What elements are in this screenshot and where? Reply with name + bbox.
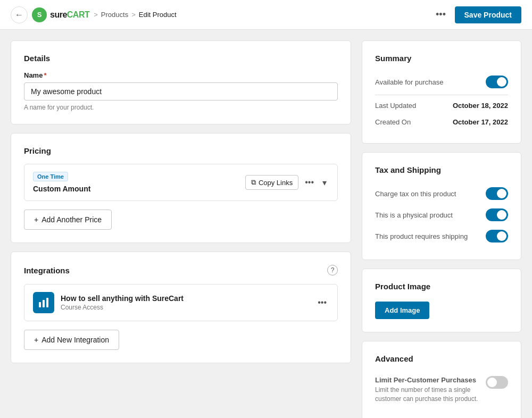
main-layout: Details Name* A name for your product. P… bbox=[0, 30, 532, 418]
summary-updated-row: Last Updated October 18, 2022 bbox=[375, 97, 508, 114]
charge-tax-row: Charge tax on this product bbox=[375, 183, 508, 204]
add-another-price-button[interactable]: + Add Another Price bbox=[24, 210, 112, 230]
copy-icon: ⧉ bbox=[251, 178, 256, 187]
name-hint: A name for your product. bbox=[24, 104, 338, 111]
breadcrumb: > Products > Edit Product bbox=[94, 11, 176, 19]
svg-rect-2 bbox=[46, 298, 48, 307]
summary-title: Summary bbox=[375, 54, 508, 63]
summary-updated-value: October 18, 2022 bbox=[453, 102, 508, 110]
breadcrumb-sep1: > bbox=[94, 11, 98, 19]
pricing-item-right: ⧉ Copy Links ••• ▾ bbox=[245, 175, 329, 190]
physical-product-row: This is a physical product bbox=[375, 204, 508, 225]
integration-info: How to sell anything with SureCart Cours… bbox=[61, 294, 184, 311]
pricing-title: Pricing bbox=[24, 146, 338, 155]
breadcrumb-edit-product: Edit Product bbox=[139, 11, 177, 19]
svg-rect-0 bbox=[39, 302, 41, 307]
pricing-expand-button[interactable]: ▾ bbox=[320, 175, 329, 190]
more-options-button[interactable]: ••• bbox=[433, 6, 450, 23]
limit-purchases-row: Limit Per-Customer Purchases Limit the n… bbox=[375, 372, 508, 408]
integration-item: How to sell anything with SureCart Cours… bbox=[24, 284, 338, 321]
integrations-header: Integrations ? bbox=[24, 265, 338, 275]
required-marker: * bbox=[44, 71, 46, 79]
add-integration-label: Add New Integration bbox=[41, 336, 109, 344]
brand-logo: S sureCART bbox=[32, 7, 89, 22]
summary-created-row: Created On October 17, 2022 bbox=[375, 114, 508, 130]
more-icon: ••• bbox=[436, 9, 446, 20]
summary-updated-label: Last Updated bbox=[375, 102, 416, 110]
charge-tax-label: Charge tax on this product bbox=[375, 190, 456, 198]
name-label: Name* bbox=[24, 71, 338, 79]
pricing-more-button[interactable]: ••• bbox=[303, 175, 316, 189]
integrations-card: Integrations ? How to sell anything with… bbox=[11, 252, 351, 363]
physical-product-label: This is a physical product bbox=[375, 211, 453, 219]
integration-name: How to sell anything with SureCart bbox=[61, 294, 184, 303]
back-icon: ← bbox=[15, 10, 23, 20]
requires-shipping-toggle[interactable] bbox=[486, 230, 508, 243]
brand-name: sureCART bbox=[50, 10, 89, 20]
integration-item-left: How to sell anything with SureCart Cours… bbox=[33, 292, 184, 313]
pricing-item-left: One Time Custom Amount bbox=[33, 172, 90, 193]
copy-links-label: Copy Links bbox=[259, 179, 293, 187]
limit-purchases-label: Limit Per-Customer Purchases bbox=[375, 376, 479, 384]
tax-shipping-title: Tax and Shipping bbox=[375, 165, 508, 174]
integration-icon bbox=[33, 292, 54, 313]
requires-shipping-label: This product requires shipping bbox=[375, 232, 468, 240]
limit-purchases-info: Limit Per-Customer Purchases Limit the n… bbox=[375, 376, 479, 404]
add-price-icon: + bbox=[34, 215, 38, 224]
physical-product-toggle[interactable] bbox=[486, 208, 508, 221]
integration-more-icon: ••• bbox=[318, 298, 327, 307]
integrations-help-button[interactable]: ? bbox=[327, 265, 338, 275]
pricing-more-icon: ••• bbox=[305, 178, 314, 187]
details-title: Details bbox=[24, 54, 338, 63]
tax-shipping-card: Tax and Shipping Charge tax on this prod… bbox=[362, 152, 521, 260]
details-card: Details Name* A name for your product. bbox=[11, 40, 351, 124]
product-image-title: Product Image bbox=[375, 282, 508, 291]
integrations-title: Integrations bbox=[24, 266, 70, 275]
summary-created-label: Created On bbox=[375, 118, 411, 126]
add-price-label: Add Another Price bbox=[41, 215, 102, 224]
left-column: Details Name* A name for your product. P… bbox=[11, 40, 351, 418]
pricing-item: One Time Custom Amount ⧉ Copy Links ••• … bbox=[24, 164, 338, 201]
copy-links-button[interactable]: ⧉ Copy Links bbox=[245, 175, 298, 190]
summary-created-value: October 17, 2022 bbox=[453, 118, 508, 126]
charge-tax-toggle[interactable] bbox=[486, 187, 508, 200]
pricing-card: Pricing One Time Custom Amount ⧉ Copy Li… bbox=[11, 133, 351, 243]
topbar: ← S sureCART > Products > Edit Product •… bbox=[0, 0, 532, 30]
pricing-badge: One Time bbox=[33, 172, 68, 181]
integration-type: Course Access bbox=[61, 304, 184, 311]
name-field: Name* A name for your product. bbox=[24, 71, 338, 111]
integration-more-button[interactable]: ••• bbox=[315, 296, 329, 310]
summary-card: Summary Available for purchase Last Upda… bbox=[362, 40, 521, 144]
advanced-title: Advanced bbox=[375, 354, 508, 363]
requires-shipping-row: This product requires shipping bbox=[375, 225, 508, 247]
name-input[interactable] bbox=[24, 82, 338, 101]
summary-available-label: Available for purchase bbox=[375, 78, 443, 86]
breadcrumb-products[interactable]: Products bbox=[101, 11, 128, 19]
pricing-expand-icon: ▾ bbox=[322, 178, 327, 188]
svg-rect-1 bbox=[43, 300, 45, 307]
add-integration-icon: + bbox=[34, 336, 38, 344]
summary-divider1 bbox=[375, 95, 508, 95]
product-image-card: Product Image Add Image bbox=[362, 269, 521, 332]
pricing-name: Custom Amount bbox=[33, 185, 90, 193]
available-toggle[interactable] bbox=[486, 76, 508, 88]
back-button[interactable]: ← bbox=[11, 6, 28, 23]
save-product-button[interactable]: Save Product bbox=[455, 6, 521, 23]
right-column: Summary Available for purchase Last Upda… bbox=[362, 40, 521, 418]
topbar-left: ← S sureCART > Products > Edit Product bbox=[11, 6, 177, 23]
add-image-button[interactable]: Add Image bbox=[375, 302, 429, 319]
brand-icon: S bbox=[32, 7, 47, 22]
breadcrumb-sep2: > bbox=[131, 11, 136, 19]
limit-purchases-desc: Limit the number of times a single custo… bbox=[375, 386, 479, 404]
advanced-card: Advanced Limit Per-Customer Purchases Li… bbox=[362, 341, 521, 418]
topbar-right: ••• Save Product bbox=[433, 6, 521, 23]
add-new-integration-button[interactable]: + Add New Integration bbox=[24, 330, 119, 350]
limit-purchases-toggle[interactable] bbox=[486, 376, 508, 389]
summary-available-row: Available for purchase bbox=[375, 71, 508, 93]
